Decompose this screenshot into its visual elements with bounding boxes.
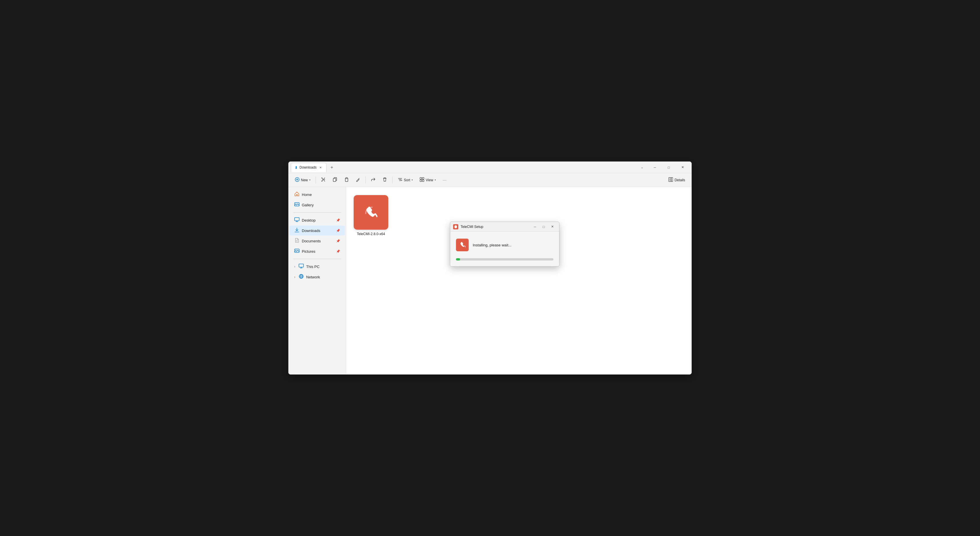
more-icon: ··· xyxy=(443,178,447,182)
svg-rect-28 xyxy=(294,249,299,253)
delete-icon xyxy=(382,177,387,183)
dialog-title-text: TeleCMI Setup xyxy=(461,225,531,229)
tab-area: ⬇ Downloads ✕ + xyxy=(291,163,638,172)
thispc-chevron-icon: › xyxy=(294,265,295,268)
window-controls: ─ □ ✕ xyxy=(648,163,689,172)
desktop-pin-icon: 📌 xyxy=(336,218,340,222)
sidebar-item-pictures[interactable]: Pictures 📌 xyxy=(290,247,345,256)
view-label: View xyxy=(426,178,433,182)
details-label: Details xyxy=(675,178,685,182)
sidebar-downloads-label: Downloads xyxy=(302,229,320,233)
sidebar: Home Gallery xyxy=(288,187,346,374)
sidebar-item-desktop[interactable]: Desktop 📌 xyxy=(290,215,345,225)
dialog-controls: ─ □ ✕ xyxy=(531,224,556,230)
paste-button[interactable] xyxy=(341,175,352,185)
dialog-minimize-button[interactable]: ─ xyxy=(531,224,539,230)
new-icon xyxy=(295,177,299,183)
delete-button[interactable] xyxy=(380,175,390,185)
sidebar-pictures-label: Pictures xyxy=(302,249,315,254)
install-dialog: TeleCMI Setup ─ □ ✕ xyxy=(450,222,560,267)
documents-icon xyxy=(294,238,299,244)
toolbar: New ▾ xyxy=(288,173,692,187)
sort-button[interactable]: Sort ▾ xyxy=(395,175,416,185)
file-label: TeleCMI-2.8.0-x64 xyxy=(357,232,385,236)
sidebar-divider-1 xyxy=(293,212,341,213)
svg-rect-30 xyxy=(299,264,304,267)
telecmi-app-icon xyxy=(360,201,382,224)
sidebar-documents-label: Documents xyxy=(302,239,321,243)
view-dropdown-icon: ▾ xyxy=(435,179,436,181)
svg-rect-9 xyxy=(356,180,358,181)
pictures-pin-icon: 📌 xyxy=(336,250,340,253)
details-icon xyxy=(668,177,673,183)
sidebar-item-network[interactable]: › Network xyxy=(290,272,345,282)
svg-rect-19 xyxy=(296,194,298,196)
progress-bar-track xyxy=(456,258,554,261)
sidebar-item-home[interactable]: Home xyxy=(290,189,345,199)
sidebar-thispc-label: This PC xyxy=(306,264,319,269)
sort-label: Sort xyxy=(404,178,410,182)
sidebar-item-thispc[interactable]: › This PC xyxy=(290,262,345,272)
tab-list-button[interactable]: ⌄ xyxy=(638,164,646,172)
svg-rect-18 xyxy=(671,178,673,181)
svg-point-21 xyxy=(296,204,296,204)
new-tab-button[interactable]: + xyxy=(328,164,336,172)
main-area: Home Gallery xyxy=(288,187,692,374)
new-button[interactable]: New ▾ xyxy=(292,175,313,185)
desktop-icon xyxy=(294,217,299,223)
dialog-status-text: Installing, please wait... xyxy=(473,243,511,247)
thispc-icon xyxy=(299,263,304,270)
svg-rect-6 xyxy=(333,178,336,181)
svg-rect-10 xyxy=(420,178,422,179)
share-button[interactable] xyxy=(368,175,379,185)
details-button[interactable]: Details xyxy=(665,175,688,185)
title-bar: ⬇ Downloads ✕ + ⌄ ─ □ ✕ xyxy=(288,162,692,173)
cut-icon xyxy=(321,177,326,183)
view-button[interactable]: View ▾ xyxy=(417,175,439,185)
file-item-telecmi[interactable]: TeleCMI-2.8.0-x64 xyxy=(351,192,391,240)
svg-rect-20 xyxy=(294,203,299,206)
rename-button[interactable] xyxy=(353,175,363,185)
file-explorer-window: ⬇ Downloads ✕ + ⌄ ─ □ ✕ New ▾ xyxy=(288,161,692,375)
share-icon xyxy=(371,177,375,183)
svg-rect-11 xyxy=(422,178,424,179)
rename-icon xyxy=(356,177,360,183)
cut-button[interactable] xyxy=(318,175,329,185)
new-dropdown-icon: ▾ xyxy=(309,179,310,181)
view-icon xyxy=(420,177,424,183)
tab-label: Downloads xyxy=(299,165,317,169)
sidebar-item-downloads[interactable]: Downloads 📌 xyxy=(290,226,345,235)
sidebar-divider-2 xyxy=(293,259,341,259)
sidebar-network-label: Network xyxy=(306,275,320,279)
sidebar-item-gallery[interactable]: Gallery xyxy=(290,200,345,210)
close-button[interactable]: ✕ xyxy=(676,163,689,172)
dialog-title-bar: TeleCMI Setup ─ □ ✕ xyxy=(450,222,559,232)
maximize-button[interactable]: □ xyxy=(662,163,675,172)
network-icon xyxy=(299,274,304,280)
dialog-app-icon-large xyxy=(456,239,469,251)
more-button[interactable]: ··· xyxy=(440,175,450,185)
network-chevron-icon: › xyxy=(294,275,295,279)
sidebar-home-label: Home xyxy=(302,192,312,197)
dialog-installing-area: Installing, please wait... xyxy=(456,239,554,251)
new-label: New xyxy=(301,178,308,182)
content-area: TeleCMI-2.8.0-x64 TeleCMI Setup ─ □ xyxy=(346,187,692,374)
paste-icon xyxy=(344,177,349,183)
svg-point-3 xyxy=(322,178,323,178)
dialog-body: Installing, please wait... xyxy=(450,232,559,266)
copy-button[interactable] xyxy=(330,175,340,185)
sidebar-gallery-label: Gallery xyxy=(302,203,313,207)
minimize-button[interactable]: ─ xyxy=(648,163,662,172)
file-icon-container xyxy=(354,195,388,230)
sidebar-downloads-icon xyxy=(294,227,299,234)
separator-3 xyxy=(392,177,393,184)
sidebar-item-documents[interactable]: Documents 📌 xyxy=(290,236,345,246)
dialog-close-button[interactable]: ✕ xyxy=(548,224,556,230)
sort-dropdown-icon: ▾ xyxy=(412,179,413,181)
svg-rect-22 xyxy=(294,218,299,221)
downloads-tab[interactable]: ⬇ Downloads ✕ xyxy=(291,163,326,172)
dialog-maximize-button[interactable]: □ xyxy=(539,224,548,230)
home-icon xyxy=(294,191,299,198)
tab-close-button[interactable]: ✕ xyxy=(318,165,323,170)
dialog-app-icon-small xyxy=(453,224,458,229)
